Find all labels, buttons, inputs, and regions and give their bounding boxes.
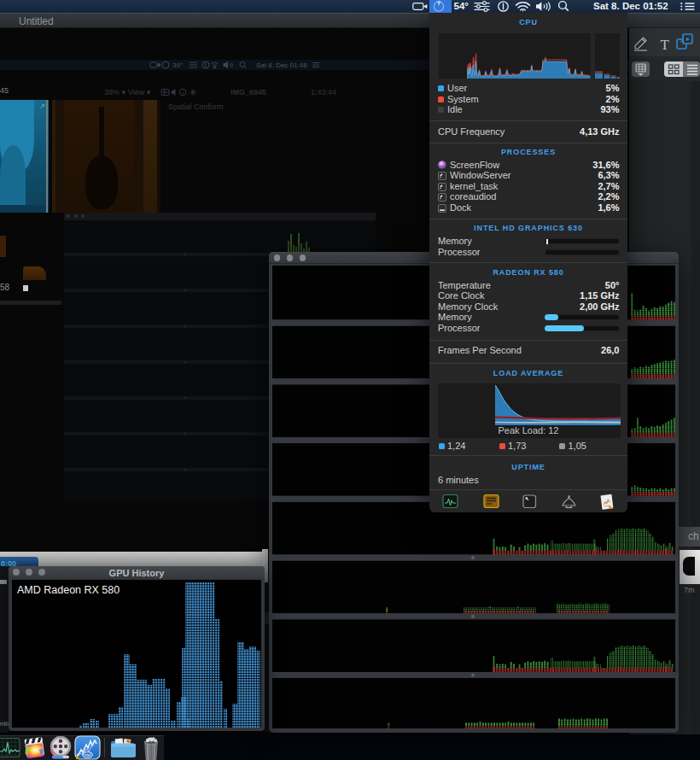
svg-text:39°: 39° <box>172 61 183 69</box>
svg-text:54°: 54° <box>454 1 470 11</box>
svg-text:intel: intel <box>84 753 90 757</box>
svg-text:Peak Load: 12: Peak Load: 12 <box>499 424 559 435</box>
svg-text:Sat 8. Dec 01:48: Sat 8. Dec 01:48 <box>256 61 307 69</box>
svg-text:Sat 8. Dec 01:52: Sat 8. Dec 01:52 <box>593 1 668 11</box>
svg-text:T: T <box>661 37 670 53</box>
